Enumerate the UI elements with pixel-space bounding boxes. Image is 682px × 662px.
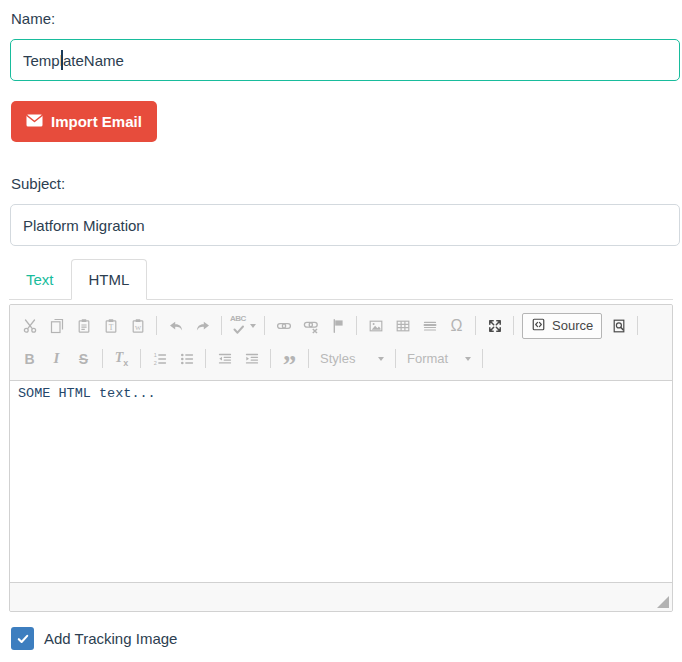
editor-tabs: Text HTML bbox=[9, 259, 673, 300]
toolbar-separator bbox=[637, 316, 638, 335]
editor-footer bbox=[10, 582, 672, 611]
subject-input-wrap bbox=[10, 204, 680, 246]
italic-icon[interactable]: I bbox=[43, 346, 70, 372]
remove-format-icon[interactable]: Tx bbox=[108, 346, 135, 372]
toolbar-separator bbox=[513, 316, 514, 335]
paste-from-word-icon[interactable]: W bbox=[124, 313, 151, 339]
toolbar-separator bbox=[156, 316, 157, 335]
add-tracking-checkbox[interactable] bbox=[11, 627, 34, 650]
toolbar-separator bbox=[102, 349, 103, 368]
horizontal-rule-icon[interactable] bbox=[416, 313, 443, 339]
undo-icon[interactable] bbox=[162, 313, 189, 339]
tracking-row: Add Tracking Image bbox=[11, 627, 673, 650]
svg-text:1: 1 bbox=[153, 352, 156, 358]
name-label: Name: bbox=[11, 10, 673, 27]
strikethrough-icon[interactable]: S bbox=[70, 346, 97, 372]
toolbar-separator bbox=[270, 349, 271, 368]
svg-text:T: T bbox=[108, 323, 113, 332]
increase-indent-icon[interactable] bbox=[238, 346, 265, 372]
subject-label: Subject: bbox=[11, 175, 673, 192]
tab-text[interactable]: Text bbox=[9, 260, 71, 299]
image-icon[interactable] bbox=[362, 313, 389, 339]
anchor-flag-icon[interactable] bbox=[324, 313, 351, 339]
toolbar-separator bbox=[205, 349, 206, 368]
toolbar-row-1: T W A bbox=[16, 309, 666, 342]
special-character-icon[interactable]: Ω bbox=[443, 313, 470, 339]
source-button-label: Source bbox=[552, 318, 593, 333]
decrease-indent-icon[interactable] bbox=[211, 346, 238, 372]
numbered-list-icon[interactable]: 1 2 bbox=[146, 346, 173, 372]
preview-icon[interactable] bbox=[605, 313, 632, 339]
envelope-icon bbox=[26, 113, 43, 130]
svg-text:2: 2 bbox=[153, 360, 156, 366]
unlink-icon[interactable] bbox=[297, 313, 324, 339]
bold-icon[interactable]: B bbox=[16, 346, 43, 372]
dropdown-caret-icon bbox=[378, 357, 384, 361]
styles-dropdown[interactable]: Styles bbox=[314, 346, 390, 372]
table-icon[interactable] bbox=[389, 313, 416, 339]
source-icon bbox=[531, 317, 546, 335]
cut-icon[interactable] bbox=[16, 313, 43, 339]
import-email-label: Import Email bbox=[51, 113, 142, 130]
paste-icon[interactable] bbox=[70, 313, 97, 339]
toolbar-separator bbox=[482, 349, 483, 368]
maximize-icon[interactable] bbox=[481, 313, 508, 339]
spell-check-icon[interactable]: ABC bbox=[227, 313, 259, 339]
toolbar-separator bbox=[264, 316, 265, 335]
redo-icon[interactable] bbox=[189, 313, 216, 339]
paste-plain-text-icon[interactable]: T bbox=[97, 313, 124, 339]
format-dropdown-label: Format bbox=[407, 351, 448, 366]
add-tracking-label: Add Tracking Image bbox=[44, 630, 177, 647]
link-icon[interactable] bbox=[270, 313, 297, 339]
blockquote-icon[interactable]: ” bbox=[276, 346, 303, 372]
editor-toolbar: T W A bbox=[10, 305, 672, 381]
resize-handle-icon[interactable] bbox=[657, 596, 669, 608]
name-input-wrap bbox=[10, 39, 680, 81]
text-cursor bbox=[61, 50, 63, 70]
toolbar-separator bbox=[221, 316, 222, 335]
html-source-textarea[interactable]: SOME HTML text... bbox=[10, 381, 672, 582]
name-input[interactable] bbox=[10, 39, 680, 81]
toolbar-row-2: B I S Tx 1 2 bbox=[16, 342, 666, 375]
import-email-button[interactable]: Import Email bbox=[11, 101, 157, 142]
toolbar-separator bbox=[356, 316, 357, 335]
toolbar-separator bbox=[308, 349, 309, 368]
source-button[interactable]: Source bbox=[522, 313, 602, 339]
toolbar-separator bbox=[475, 316, 476, 335]
copy-icon[interactable] bbox=[43, 313, 70, 339]
subject-input[interactable] bbox=[10, 204, 680, 246]
checkmark-icon bbox=[16, 632, 30, 646]
dropdown-caret-icon bbox=[250, 324, 256, 328]
toolbar-separator bbox=[140, 349, 141, 368]
format-dropdown[interactable]: Format bbox=[401, 346, 477, 372]
toolbar-separator bbox=[395, 349, 396, 368]
styles-dropdown-label: Styles bbox=[320, 351, 355, 366]
tab-html[interactable]: HTML bbox=[71, 259, 148, 300]
bulleted-list-icon[interactable] bbox=[173, 346, 200, 372]
svg-text:W: W bbox=[134, 324, 141, 331]
dropdown-caret-icon bbox=[465, 357, 471, 361]
html-editor: T W A bbox=[9, 304, 673, 612]
